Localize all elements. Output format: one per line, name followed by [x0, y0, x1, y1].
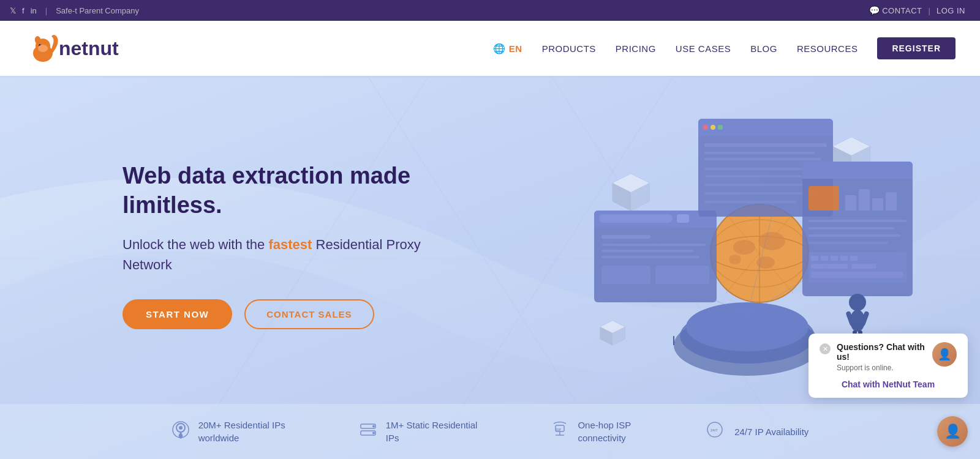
svg-point-38 — [758, 232, 785, 250]
svg-rect-78 — [809, 242, 888, 244]
stats-bar: 20M+ Residential IPs worldwide 1M+ Stati… — [0, 404, 980, 459]
location-pin-icon — [172, 420, 190, 443]
contact-link[interactable]: 💬 CONTACT — [869, 6, 922, 15]
stat-isp: ISP One-hop ISP connectivity — [551, 419, 631, 444]
hero-subtitle: Unlock the web with the fastest Resident… — [123, 234, 429, 275]
svg-rect-77 — [809, 234, 900, 237]
svg-text:24/7: 24/7 — [710, 428, 718, 432]
svg-point-103 — [372, 431, 375, 434]
nav-links: 🌐 EN PRODUCTS PRICING USE CASES BLOG RES… — [493, 37, 956, 59]
clock-247-icon: 24/7 — [704, 420, 726, 443]
svg-rect-49 — [601, 250, 693, 252]
start-now-button[interactable]: START NOW — [123, 299, 232, 329]
svg-point-4 — [38, 45, 48, 52]
chat-action-link[interactable]: Chat with NetNut Team — [820, 379, 957, 389]
hero-buttons: START NOW CONTACT SALES — [123, 299, 429, 329]
svg-point-56 — [703, 125, 708, 130]
svg-point-57 — [710, 125, 715, 130]
chat-header: ✕ Questions? Chat with us! Support is on… — [820, 342, 957, 372]
svg-rect-86 — [851, 264, 876, 269]
stat-isp-text: One-hop ISP connectivity — [578, 419, 631, 444]
squirrel-icon — [24, 30, 61, 67]
top-bar: 𝕏 f in | Safe-t Parent Company 💬 CONTACT… — [0, 0, 980, 21]
svg-rect-71 — [845, 195, 856, 211]
register-button[interactable]: REGISTER — [877, 37, 956, 59]
svg-rect-75 — [809, 220, 907, 222]
svg-rect-74 — [886, 192, 897, 211]
chat-bubble-icon: 💬 — [869, 6, 880, 15]
svg-point-40 — [729, 255, 741, 264]
lang-selector[interactable]: 🌐 EN — [493, 43, 522, 54]
server-icon — [359, 420, 377, 443]
chat-avatar: 👤 — [932, 342, 957, 367]
svg-rect-70 — [809, 186, 839, 211]
nav-resources[interactable]: RESOURCES — [797, 43, 858, 54]
svg-rect-63 — [704, 175, 802, 177]
svg-rect-81 — [821, 256, 828, 261]
stat-static-ips-text: 1M+ Static Residential IPs — [386, 419, 478, 444]
nav-use-cases[interactable]: USE CASES — [676, 43, 731, 54]
hero-title: Web data extraction made limitless. — [123, 162, 429, 220]
svg-rect-44 — [594, 224, 717, 228]
globe-icon: 🌐 — [493, 43, 506, 54]
linkedin-icon[interactable]: in — [31, 6, 37, 15]
chat-title: Questions? Chat with us! — [837, 342, 926, 362]
facebook-icon[interactable]: f — [22, 6, 24, 15]
stat-residential-ips: 20M+ Residential IPs worldwide — [172, 419, 285, 444]
svg-rect-59 — [704, 143, 827, 147]
separator: | — [929, 6, 930, 15]
svg-rect-55 — [698, 132, 833, 136]
hero-section: Web data extraction made limitless. Unlo… — [0, 76, 980, 459]
stat-availability-text: 24/7 IP Availability — [734, 425, 809, 438]
contact-sales-button[interactable]: CONTACT SALES — [244, 299, 374, 329]
chat-close-button[interactable]: ✕ — [820, 343, 831, 354]
svg-rect-76 — [809, 227, 894, 230]
chat-widget: ✕ Questions? Chat with us! Support is on… — [809, 334, 968, 398]
svg-point-37 — [733, 240, 755, 255]
svg-rect-61 — [704, 158, 821, 160]
company-name: Safe-t Parent Company — [56, 6, 139, 15]
nav-products[interactable]: PRODUCTS — [542, 43, 596, 54]
svg-rect-72 — [859, 189, 870, 211]
twitter-icon[interactable]: 𝕏 — [10, 6, 16, 15]
stat-static-ips: 1M+ Static Residential IPs — [359, 419, 478, 444]
floating-chat-avatar[interactable]: 👤 — [937, 416, 968, 447]
svg-rect-48 — [601, 244, 706, 246]
svg-rect-73 — [872, 198, 883, 211]
nav-blog[interactable]: BLOG — [750, 43, 777, 54]
svg-rect-87 — [811, 272, 903, 278]
nav-pricing[interactable]: PRICING — [616, 43, 656, 54]
stat-residential-ips-text: 20M+ Residential IPs worldwide — [198, 419, 285, 444]
navbar: netnut 🌐 EN PRODUCTS PRICING USE CASES B… — [0, 21, 980, 76]
login-link[interactable]: LOG IN — [937, 6, 965, 15]
svg-rect-69 — [802, 175, 913, 179]
svg-point-28 — [686, 302, 809, 351]
svg-rect-47 — [601, 235, 650, 239]
chat-info: Questions? Chat with us! Support is onli… — [837, 342, 926, 372]
svg-rect-45 — [599, 214, 673, 223]
svg-rect-50 — [601, 256, 699, 258]
svg-point-89 — [849, 294, 866, 311]
svg-point-98 — [179, 426, 183, 430]
svg-text:ISP: ISP — [556, 428, 562, 431]
svg-rect-64 — [704, 184, 812, 186]
divider: | — [45, 6, 47, 15]
svg-rect-80 — [811, 256, 818, 261]
chat-status: Support is online. — [837, 364, 926, 372]
isp-icon: ISP — [551, 420, 569, 443]
hero-content: Web data extraction made limitless. Unlo… — [123, 162, 429, 329]
svg-rect-46 — [677, 214, 689, 223]
svg-point-58 — [718, 125, 723, 130]
stat-availability: 24/7 24/7 IP Availability — [704, 420, 809, 443]
logo[interactable]: netnut — [24, 30, 119, 67]
svg-rect-84 — [850, 256, 858, 261]
top-bar-right: 💬 CONTACT | LOG IN — [869, 6, 965, 15]
top-bar-left: 𝕏 f in | Safe-t Parent Company — [10, 6, 139, 15]
svg-rect-83 — [840, 256, 848, 261]
logo-text: netnut — [59, 37, 119, 60]
svg-rect-60 — [704, 152, 815, 154]
svg-rect-52 — [655, 266, 709, 284]
svg-point-102 — [372, 425, 375, 427]
svg-rect-66 — [704, 201, 796, 203]
